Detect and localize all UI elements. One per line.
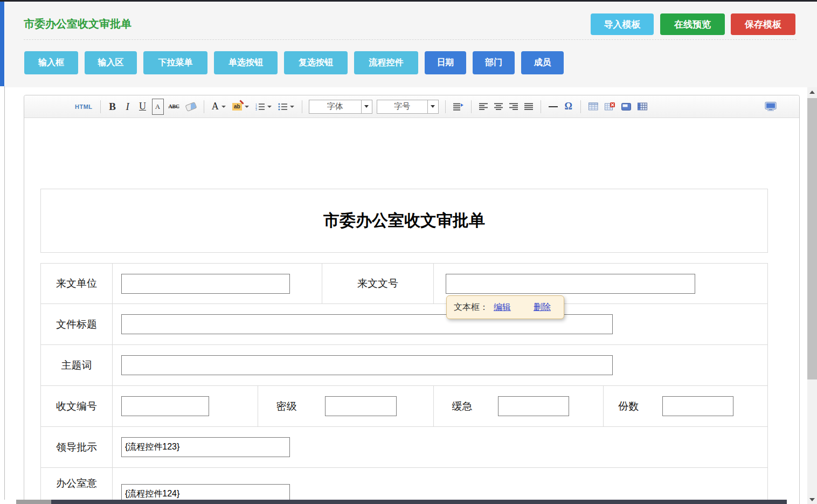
copies-input[interactable] — [662, 396, 733, 416]
secrecy-input[interactable] — [325, 396, 397, 416]
component-button-checkbox[interactable]: 复选按钮 — [284, 51, 348, 74]
source-unit-cell — [113, 264, 322, 304]
eraser-icon — [185, 101, 197, 111]
secrecy-label: 密级 — [276, 399, 297, 413]
component-button-member[interactable]: 成员 — [521, 51, 564, 74]
source-unit-label: 来文单位 — [41, 264, 113, 304]
component-button-flow-control[interactable]: 流程控件 — [354, 51, 418, 74]
scroll-up-button[interactable] — [807, 87, 817, 96]
edit-link[interactable]: 编辑 — [494, 302, 511, 313]
table-properties-button[interactable] — [636, 99, 649, 115]
form-table: 来文单位 来文文号 文件标题 — [40, 263, 768, 504]
receipt-number-input[interactable] — [121, 396, 209, 416]
justify-icon — [524, 103, 533, 110]
table-row: 文件标题 — [41, 304, 768, 345]
insert-table-button[interactable] — [587, 99, 600, 115]
underline-button[interactable]: U — [137, 99, 149, 115]
align-right-button[interactable] — [508, 99, 520, 115]
remove-format-button[interactable] — [184, 99, 198, 115]
svg-text:3: 3 — [255, 108, 257, 111]
table-row: 办公室意 — [41, 468, 768, 504]
chevron-down-icon — [427, 100, 438, 113]
table-row: 领导批示 — [41, 427, 768, 468]
horizontal-rule-icon — [549, 106, 558, 107]
table-row: 收文编号 密级 缓急 份数 — [41, 386, 768, 427]
editor-panel: HTML B I U A ABC A ab 123 字体 — [5, 87, 807, 504]
font-size-select[interactable]: 字号 — [377, 100, 439, 114]
delete-table-icon — [605, 102, 615, 111]
form-title: 市委办公室收文审批单 — [323, 210, 485, 232]
form-title-cell: 市委办公室收文审批单 — [40, 189, 768, 253]
italic-button[interactable]: I — [122, 99, 134, 115]
align-center-button[interactable] — [493, 99, 504, 115]
component-button-radio[interactable]: 单选按钮 — [214, 51, 278, 74]
source-unit-input[interactable] — [121, 274, 290, 294]
ordered-list-button[interactable]: 123 — [254, 99, 273, 115]
align-left-button[interactable] — [477, 99, 489, 115]
font-family-select[interactable]: 字体 — [309, 100, 372, 114]
window-bottom-edge-left — [16, 500, 51, 504]
delete-link[interactable]: 删除 — [534, 302, 551, 313]
window-bottom-edge — [51, 500, 787, 504]
subject-words-label: 主题词 — [41, 345, 113, 386]
rich-text-editor: HTML B I U A ABC A ab 123 字体 — [24, 95, 800, 504]
unordered-list-button[interactable] — [276, 99, 296, 115]
font-color-button[interactable]: A — [210, 99, 227, 115]
copies-cell: 份数 — [604, 386, 768, 427]
receipt-number-label: 收文编号 — [41, 386, 113, 427]
font-size-value: 字号 — [377, 101, 427, 112]
component-button-date[interactable]: 日期 — [425, 51, 466, 74]
table-row: 来文单位 来文文号 — [41, 264, 768, 304]
font-family-value: 字体 — [309, 101, 361, 112]
document-title-cell — [113, 304, 768, 345]
chevron-down-icon — [361, 100, 372, 113]
editor-canvas[interactable]: 市委办公室收文审批单 来文单位 来文文号 文件标题 — [24, 118, 799, 504]
toolbar-separator — [580, 100, 581, 113]
align-right-icon — [509, 103, 518, 110]
component-button-input-box[interactable]: 输入框 — [24, 51, 78, 74]
copies-label: 份数 — [618, 399, 639, 413]
highlight-color-button[interactable]: ab — [231, 99, 251, 115]
component-button-department[interactable]: 部门 — [473, 51, 515, 74]
bold-button[interactable]: B — [107, 99, 119, 115]
online-preview-button[interactable]: 在线预览 — [660, 13, 725, 35]
scrollbar-thumb[interactable] — [807, 98, 817, 379]
table-properties-icon — [638, 102, 647, 111]
component-button-textarea[interactable]: 输入区 — [85, 51, 137, 74]
import-template-button[interactable]: 导入模板 — [591, 13, 654, 35]
scroll-down-button[interactable] — [807, 495, 817, 504]
screen: 市委办公室收文审批单 导入模板 在线预览 保存模板 输入框 输入区 下拉菜单 单… — [0, 0, 817, 504]
header-divider — [24, 39, 797, 40]
textbox-action-tooltip: 文本框： 编辑 删除 — [446, 295, 564, 319]
chevron-down-icon — [221, 106, 226, 108]
chevron-down-icon — [245, 106, 249, 108]
font-style-button[interactable]: A — [152, 99, 164, 115]
unordered-list-icon — [278, 103, 287, 111]
component-button-dropdown[interactable]: 下拉菜单 — [143, 51, 207, 74]
save-template-button[interactable]: 保存模板 — [731, 13, 795, 35]
receipt-number-cell — [113, 386, 258, 427]
urgency-cell: 缓急 — [434, 386, 604, 427]
special-char-button[interactable]: Ω — [563, 99, 574, 115]
indent-button[interactable] — [452, 99, 465, 115]
document-number-input[interactable] — [446, 274, 695, 294]
scroll-up-icon — [809, 91, 815, 94]
horizontal-rule-button[interactable] — [547, 99, 559, 115]
urgency-input[interactable] — [498, 396, 569, 416]
toolbar-separator — [471, 100, 472, 113]
highlight-icon: ab — [232, 103, 242, 111]
font-color-icon: A — [212, 101, 219, 112]
leader-instructions-input[interactable] — [121, 437, 290, 457]
strikethrough-button[interactable]: ABC — [167, 99, 181, 115]
cell-properties-button[interactable] — [620, 99, 633, 115]
delete-table-button[interactable] — [603, 99, 617, 115]
insert-table-icon — [588, 102, 598, 111]
document-title-label: 文件标题 — [41, 304, 113, 345]
vertical-scrollbar[interactable] — [807, 87, 817, 504]
subject-words-input[interactable] — [121, 355, 613, 375]
secrecy-cell: 密级 — [258, 386, 434, 427]
fullscreen-button[interactable] — [763, 99, 778, 115]
justify-button[interactable] — [523, 99, 535, 115]
office-opinion-label: 办公室意 — [41, 468, 113, 504]
html-source-button[interactable]: HTML — [73, 99, 94, 115]
